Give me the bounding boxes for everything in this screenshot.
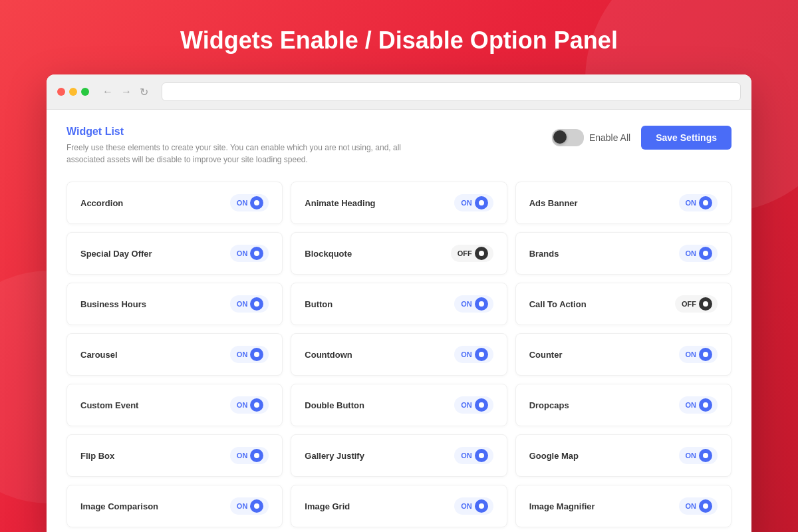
widget-toggle-button[interactable]: ON (679, 194, 718, 211)
dot-yellow[interactable] (69, 88, 77, 96)
panel-header: Widget List Freely use these elements to… (66, 126, 732, 166)
toggle-dot (703, 453, 708, 458)
toggle-label: OFF (458, 249, 472, 257)
save-settings-button[interactable]: Save Settings (641, 126, 732, 150)
toggle-circle (250, 449, 263, 462)
widget-name: Flip Box (80, 451, 114, 461)
widget-toggle-button[interactable]: ON (679, 245, 718, 262)
back-button[interactable]: ← (101, 86, 114, 98)
widget-name: Gallery Justify (305, 451, 364, 461)
widget-card: Animate HeadingON (291, 182, 507, 224)
toggle-dot (479, 301, 484, 307)
enable-all-toggle[interactable] (552, 129, 584, 146)
widget-toggle-button[interactable]: ON (679, 447, 718, 464)
widget-toggle-button[interactable]: ON (230, 295, 269, 313)
refresh-button[interactable]: ↻ (138, 86, 150, 98)
panel-description: Freely use these elements to create your… (66, 142, 412, 166)
widget-name: Google Map (529, 451, 579, 461)
widget-card: Flip BoxON (66, 434, 283, 477)
widget-card: AccordionON (66, 182, 283, 224)
widget-toggle-button[interactable]: ON (679, 346, 718, 363)
toggle-dot (254, 200, 259, 205)
dot-green[interactable] (81, 88, 89, 96)
widget-name: Dropcaps (529, 400, 569, 410)
toggle-label: OFF (682, 300, 696, 308)
widget-card: ButtonON (291, 283, 507, 325)
widget-toggle-button[interactable]: ON (454, 447, 493, 464)
toggle-label: ON (686, 199, 697, 207)
url-bar[interactable] (162, 82, 741, 101)
toggle-circle (475, 297, 488, 311)
panel-content: Widget List Freely use these elements to… (47, 110, 751, 532)
widget-card: Custom EventON (66, 384, 283, 426)
widget-toggle-button[interactable]: ON (679, 497, 718, 515)
enable-all-wrap: Enable All (552, 129, 630, 146)
widget-name: Carousel (80, 350, 118, 360)
widgets-grid: AccordionONAnimate HeadingONAds BannerON… (66, 182, 732, 527)
widget-name: Business Hours (80, 299, 146, 309)
widget-toggle-button[interactable]: ON (679, 396, 718, 414)
toggle-dot (479, 503, 484, 509)
widget-name: Custom Event (80, 400, 138, 410)
widget-toggle-button[interactable]: ON (454, 295, 493, 313)
toggle-dot (479, 200, 484, 205)
widget-toggle-button[interactable]: ON (230, 497, 269, 515)
widget-card: BlockquoteOFF (291, 232, 507, 275)
enable-all-label: Enable All (589, 132, 630, 143)
toggle-circle (250, 297, 263, 311)
toggle-label: ON (461, 199, 472, 207)
widget-card: DropcapsON (515, 384, 732, 426)
widget-toggle-button[interactable]: ON (454, 396, 493, 414)
panel-title: Widget List (66, 126, 412, 138)
toggle-label: ON (461, 401, 472, 409)
widget-card: CarouselON (66, 333, 283, 376)
widget-card: CounterON (515, 333, 732, 376)
widget-toggle-button[interactable]: ON (454, 194, 493, 211)
widget-toggle-button[interactable]: ON (230, 396, 269, 414)
widget-card: Ads BannerON (515, 182, 732, 224)
widget-name: Brands (529, 249, 559, 259)
widget-name: Countdown (305, 350, 352, 360)
widget-name: Ads Banner (529, 198, 578, 208)
toggle-dot (479, 251, 484, 256)
widget-name: Animate Heading (305, 198, 375, 208)
toggle-label: ON (686, 502, 697, 510)
widget-toggle-button[interactable]: ON (230, 346, 269, 363)
toggle-label: ON (686, 350, 697, 358)
browser-bar: ← → ↻ (47, 74, 751, 110)
widget-name: Image Magnifier (529, 501, 595, 511)
toggle-circle (250, 196, 263, 209)
toggle-dot (703, 251, 708, 256)
toggle-dot (254, 301, 259, 307)
toggle-dot (479, 453, 484, 458)
toggle-dot (703, 301, 708, 307)
widget-toggle-button[interactable]: ON (230, 245, 269, 262)
dot-red[interactable] (57, 88, 65, 96)
widget-name: Image Comparison (80, 501, 158, 511)
widget-toggle-button[interactable]: OFF (451, 245, 493, 262)
widget-card: Google MapON (515, 434, 732, 477)
widget-toggle-button[interactable]: ON (454, 497, 493, 515)
widget-toggle-button[interactable]: ON (230, 447, 269, 464)
browser-dots (57, 88, 89, 96)
toggle-circle (699, 499, 712, 513)
widget-toggle-button[interactable]: ON (454, 346, 493, 363)
widget-toggle-button[interactable]: ON (230, 194, 269, 211)
toggle-circle (699, 196, 712, 209)
toggle-dot (479, 352, 484, 357)
toggle-circle (699, 247, 712, 260)
toggle-circle (699, 297, 712, 311)
widget-card: Gallery JustifyON (291, 434, 507, 477)
forward-button[interactable]: → (120, 86, 133, 98)
widget-name: Call To Action (529, 299, 587, 309)
widget-toggle-button[interactable]: OFF (675, 295, 718, 313)
enable-all-thumb (553, 130, 567, 144)
panel-header-left: Widget List Freely use these elements to… (66, 126, 412, 166)
widget-name: Image Grid (305, 501, 350, 511)
toggle-circle (699, 449, 712, 462)
toggle-dot (703, 200, 708, 205)
widget-card: Image GridON (291, 485, 507, 527)
toggle-label: ON (237, 300, 248, 308)
toggle-dot (254, 453, 259, 458)
toggle-circle (475, 247, 488, 260)
